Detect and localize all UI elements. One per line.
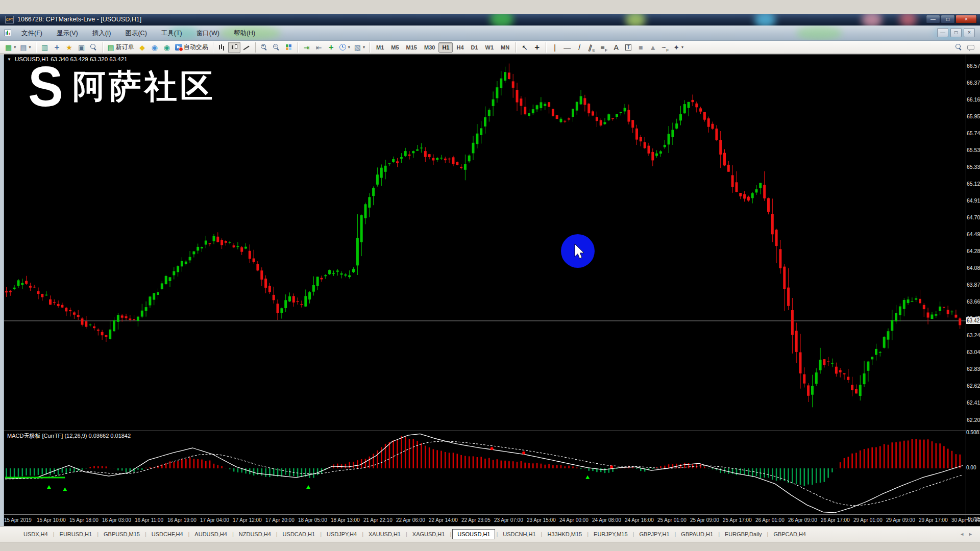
tab-GBPJPY-H1[interactable]: GBPJPY,H1: [634, 530, 674, 539]
price-tick: 65.950: [967, 113, 980, 119]
time-tick: 16 Apr 19:00: [167, 517, 197, 523]
price-tick: 62.830: [967, 366, 980, 372]
watermark-text: 阿萨社区: [73, 64, 216, 109]
time-tick: 26 Apr 01:00: [755, 517, 785, 523]
tab-XAGUSD-H1[interactable]: XAGUSD,H1: [407, 530, 450, 539]
window-bottom-edge: [0, 542, 980, 551]
price-tick: 63.870: [967, 282, 980, 288]
chart-tab-bar: USDX,H4|EURUSD,H1|GBPUSD,M15|USDCHF,H4|A…: [0, 526, 980, 542]
tab-EURJPY-M15[interactable]: EURJPY,M15: [589, 530, 632, 539]
time-tick: 25 Apr 17:00: [723, 517, 752, 523]
time-tick: 21 Apr 22:10: [363, 517, 393, 523]
tab-EURGBP-Daily[interactable]: EURGBP,Daily: [720, 530, 767, 539]
tab-USDX-H4[interactable]: USDX,H4: [18, 530, 53, 539]
application-window: CPT 1066728: CPTMarkets-Live - [USOUSD,H…: [0, 0, 980, 551]
symbol-ohlc-text: USOUSD,H1 63.340 63.429 63.320 63.421: [15, 56, 128, 62]
price-tick: 66.160: [967, 96, 980, 103]
price-tick: 63.040: [967, 349, 980, 355]
cursor-highlight: [561, 234, 595, 268]
tab-H33HKD-M15[interactable]: H33HKD,M15: [542, 530, 587, 539]
price-tick: 65.120: [967, 181, 980, 187]
time-tick: 16 Apr 03:00: [102, 517, 131, 523]
price-tick: 66.575: [967, 63, 980, 69]
time-tick: 26 Apr 09:00: [788, 517, 817, 523]
price-tick: 62.205: [967, 417, 980, 423]
tab-separator: |: [450, 531, 451, 537]
price-tick: 63.660: [967, 298, 980, 305]
tab-USDCHF-H4[interactable]: USDCHF,H4: [146, 530, 188, 539]
tab-USDCNH-H1[interactable]: USDCNH,H1: [498, 530, 541, 539]
chart-symbol-header[interactable]: ▼ USOUSD,H1 63.340 63.429 63.320 63.421: [7, 56, 128, 62]
tab-scroll-arrows: ◄►: [960, 532, 973, 537]
tab-GBPUSD-M15[interactable]: GBPUSD,M15: [99, 530, 145, 539]
time-tick: 25 Apr 09:00: [690, 517, 719, 523]
watermark-logo: S: [28, 62, 63, 111]
time-tick: 25 Apr 01:00: [657, 517, 687, 523]
macd-scale-top: 0.50813: [966, 430, 980, 435]
time-tick: 30 Apr 01:00: [951, 517, 980, 523]
time-tick: 22 Apr 06:00: [396, 517, 425, 523]
time-tick: 15 Apr 10:00: [37, 517, 66, 523]
time-tick: 16 Apr 11:00: [135, 517, 163, 523]
time-tick: 15 Apr 2019: [4, 517, 32, 523]
time-tick: 24 Apr 00:00: [559, 517, 589, 523]
price-tick: 64.285: [967, 248, 980, 254]
tab-USOUSD-H1[interactable]: USOUSD,H1: [452, 529, 495, 539]
tab-NZDUSD-H4[interactable]: NZDUSD,H4: [234, 530, 276, 539]
time-tick: 29 Apr 09:00: [886, 517, 915, 523]
tab-scroll-right-icon[interactable]: ►: [968, 532, 973, 537]
price-tick: 62.620: [967, 383, 980, 389]
time-tick: 18 Apr 13:00: [331, 517, 360, 523]
time-tick: 17 Apr 12:00: [233, 517, 262, 523]
tab-EURUSD-H1[interactable]: EURUSD,H1: [55, 530, 97, 539]
time-axis[interactable]: 15 Apr 201915 Apr 10:0015 Apr 18:0016 Ap…: [4, 517, 980, 526]
time-tick: 18 Apr 05:00: [298, 517, 327, 523]
tab-GBPCAD-H4[interactable]: GBPCAD,H4: [768, 530, 811, 539]
time-tick: 23 Apr 15:00: [527, 517, 556, 523]
price-tick: 64.495: [967, 231, 980, 237]
time-tick: 17 Apr 04:00: [200, 517, 229, 523]
tab-XAUUSD-H1[interactable]: XAUUSD,H1: [363, 530, 406, 539]
time-tick: 24 Apr 08:00: [592, 517, 621, 523]
current-price-badge: 63.421: [966, 317, 980, 324]
price-tick: 65.535: [967, 147, 980, 153]
time-tick: 22 Apr 23:05: [461, 517, 491, 523]
macd-indicator-label: MACD无极板 [CurrTF] (12,26,9) 0.03662 0.018…: [7, 432, 131, 440]
time-tick: 17 Apr 20:00: [265, 517, 295, 523]
price-tick: 65.745: [967, 130, 980, 136]
time-tick: 24 Apr 16:00: [625, 517, 654, 523]
broker-watermark: S 阿萨社区: [27, 62, 216, 111]
price-tick: 63.245: [967, 332, 980, 338]
time-tick: 29 Apr 17:00: [919, 517, 948, 523]
tab-GBPAUD-H1[interactable]: GBPAUD,H1: [676, 530, 718, 539]
time-tick: 29 Apr 01:00: [853, 517, 883, 523]
price-tick: 66.370: [967, 80, 980, 86]
price-tick: 64.910: [967, 197, 980, 204]
price-tick: 64.080: [967, 265, 980, 271]
time-tick: 26 Apr 17:00: [821, 517, 850, 523]
tab-scroll-left-icon[interactable]: ◄: [960, 532, 964, 537]
collapse-triangle-icon[interactable]: ▼: [7, 57, 11, 62]
tab-USDJPY-H4[interactable]: USDJPY,H4: [322, 530, 362, 539]
tab-AUDUSD-H4[interactable]: AUDUSD,H4: [189, 530, 232, 539]
price-tick: 64.705: [967, 214, 980, 220]
price-tick: 65.330: [967, 164, 980, 170]
tab-USDCAD-H1[interactable]: USDCAD,H1: [278, 530, 321, 539]
time-tick: 15 Apr 18:00: [69, 517, 99, 523]
time-tick: 23 Apr 07:00: [494, 517, 523, 523]
time-tick: 22 Apr 14:00: [429, 517, 458, 523]
macd-scale-zero: 0.00: [966, 465, 976, 470]
price-tick: 62.415: [967, 399, 980, 406]
